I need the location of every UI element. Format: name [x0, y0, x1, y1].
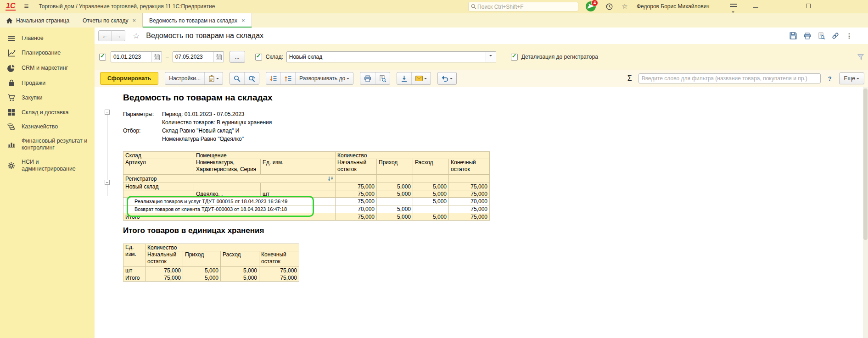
- group-line: [107, 115, 107, 180]
- form-header: ← → ☆ Ведомость по товарам на складах ⋮: [95, 28, 868, 44]
- autosum-button[interactable]: Σ: [627, 74, 632, 83]
- unit-cell: шт: [123, 267, 146, 274]
- tab-home[interactable]: Начальная страница: [0, 13, 76, 28]
- history-dropdown-button[interactable]: [438, 72, 456, 84]
- sort-descending-icon[interactable]: [328, 176, 333, 182]
- help-button[interactable]: ?: [828, 75, 832, 82]
- col-header: Артикул: [123, 159, 194, 175]
- history-button[interactable]: [605, 2, 613, 11]
- quick-filter-input[interactable]: [638, 73, 821, 83]
- sidebar-item-purchases[interactable]: Закупки: [0, 90, 95, 105]
- warehouse-dropdown-button[interactable]: [486, 52, 496, 62]
- collapse-all-button[interactable]: [280, 72, 295, 84]
- find-button[interactable]: [230, 72, 244, 84]
- period-checkbox[interactable]: ✓: [99, 54, 106, 61]
- treasury-coins-icon: [7, 123, 16, 130]
- save-icon[interactable]: [790, 32, 797, 39]
- vertical-scrollbar[interactable]: [863, 87, 868, 338]
- settings-button[interactable]: Настройки...: [165, 72, 204, 84]
- favorite-star-icon[interactable]: ☆: [133, 31, 140, 41]
- search-icon: [234, 75, 241, 82]
- collapse-levels-icon: [285, 75, 291, 82]
- preview-button[interactable]: [375, 72, 390, 84]
- save-file-button[interactable]: [397, 72, 411, 84]
- service-menu-icon: [730, 4, 737, 5]
- purchases-cart-icon: [7, 94, 16, 101]
- chevron-down-icon: [450, 78, 453, 81]
- generate-button[interactable]: Сформировать: [100, 72, 158, 85]
- discussions-button[interactable]: 4: [586, 1, 596, 11]
- find-next-button[interactable]: [244, 72, 259, 84]
- global-search[interactable]: [468, 2, 578, 11]
- main-menu-icon[interactable]: ≡: [24, 4, 28, 9]
- global-search-input[interactable]: [476, 3, 576, 11]
- sidebar-item-warehouse[interactable]: Склад и доставка: [0, 105, 95, 120]
- col-header: Начальный остаток: [336, 159, 377, 175]
- sidebar-item-admin[interactable]: НСИ и администрирование: [0, 155, 95, 176]
- sidebar-item-main[interactable]: Главное: [0, 31, 95, 45]
- more-button[interactable]: Еще: [839, 72, 864, 84]
- tab-goods-statement[interactable]: Ведомость по товарам на складах ×: [143, 13, 252, 28]
- print-preview-icon[interactable]: [818, 33, 825, 39]
- pie-chart-icon: [7, 64, 16, 72]
- print-icon[interactable]: [804, 33, 811, 39]
- back-button[interactable]: ←: [98, 30, 112, 41]
- nomenclature-cell: Одеялко, ,: [194, 190, 261, 198]
- restore-window-button[interactable]: [806, 4, 811, 8]
- admin-gear-icon: [7, 162, 16, 170]
- report-totals-table: Ед. изм. Количество Начальный остаток Пр…: [123, 244, 299, 282]
- clipboard-icon: [208, 75, 215, 82]
- col-header: Приход: [183, 251, 221, 267]
- sidebar-item-crm[interactable]: CRM и маркетинг: [0, 61, 95, 76]
- warehouse-label: Склад:: [266, 54, 283, 60]
- scrollbar-thumb[interactable]: [863, 89, 868, 240]
- report-variants-button[interactable]: [204, 72, 223, 84]
- report-toolbar: Сформировать Настройки... Разворачивать …: [95, 70, 868, 87]
- sidebar-item-sales[interactable]: Продажи: [0, 76, 95, 90]
- favorites-button[interactable]: ☆: [621, 2, 629, 11]
- period-variants-button[interactable]: ...: [230, 51, 245, 63]
- registrar-row: Возврат товаров от клиента ТДУТ-000003 о…: [123, 205, 490, 213]
- expand-to-dropdown[interactable]: Разворачивать до: [295, 72, 353, 84]
- col-header: Количество: [336, 152, 490, 159]
- sidebar-item-planning[interactable]: Планирование: [0, 45, 95, 61]
- collapse-group-button[interactable]: −: [105, 180, 110, 185]
- warehouse-input[interactable]: [287, 54, 486, 60]
- close-icon[interactable]: ×: [133, 17, 136, 24]
- col-header: Расход: [413, 159, 449, 175]
- filter-funnel-icon[interactable]: [857, 54, 864, 62]
- chevron-down-icon: [489, 55, 492, 58]
- more-menu-icon[interactable]: ⋮: [846, 32, 852, 39]
- warehouse-checkbox[interactable]: ✓: [255, 54, 262, 61]
- calendar-icon[interactable]: [213, 52, 224, 62]
- period-dash: –: [166, 54, 169, 60]
- send-mail-button[interactable]: [411, 72, 431, 84]
- collapse-group-button[interactable]: −: [105, 110, 110, 115]
- report-area: Ведомость по товарам на складах − − Пара…: [95, 87, 868, 338]
- period-from-input[interactable]: [111, 54, 151, 60]
- total-label: Итого: [123, 213, 336, 221]
- print-button[interactable]: [360, 72, 375, 84]
- search-refresh-icon: [248, 75, 255, 82]
- tab-warehouse-reports[interactable]: Отчеты по складу ×: [76, 13, 143, 28]
- download-icon: [401, 75, 408, 82]
- forward-button[interactable]: →: [112, 30, 125, 41]
- close-icon[interactable]: ×: [241, 17, 245, 24]
- expand-levels-icon: [270, 75, 277, 82]
- report-settings-panel: ✓ – ... ✓ Склад: ✓ Детализация до регист…: [95, 44, 868, 70]
- sidebar-item-treasury[interactable]: Казначейство: [0, 120, 95, 134]
- period-to-input[interactable]: [173, 54, 213, 60]
- page-title: Ведомость по товарам на складах: [146, 32, 263, 40]
- total-row: Итого 75,000 5,000 5,000 75,000: [123, 274, 299, 282]
- chevron-down-icon: [424, 78, 427, 81]
- get-link-icon[interactable]: [832, 32, 839, 39]
- minimize-button[interactable]: [753, 7, 758, 8]
- chevron-down-icon: [347, 78, 349, 81]
- calendar-icon[interactable]: [151, 52, 162, 62]
- detail-checkbox[interactable]: ✓: [511, 54, 518, 61]
- sidebar-item-finance[interactable]: Финансовый результат и контроллинг: [0, 134, 95, 155]
- search-icon: [471, 4, 476, 10]
- col-header: Ед. изм.: [261, 159, 336, 175]
- col-header: Склад: [123, 152, 194, 159]
- expand-all-button[interactable]: [266, 72, 280, 84]
